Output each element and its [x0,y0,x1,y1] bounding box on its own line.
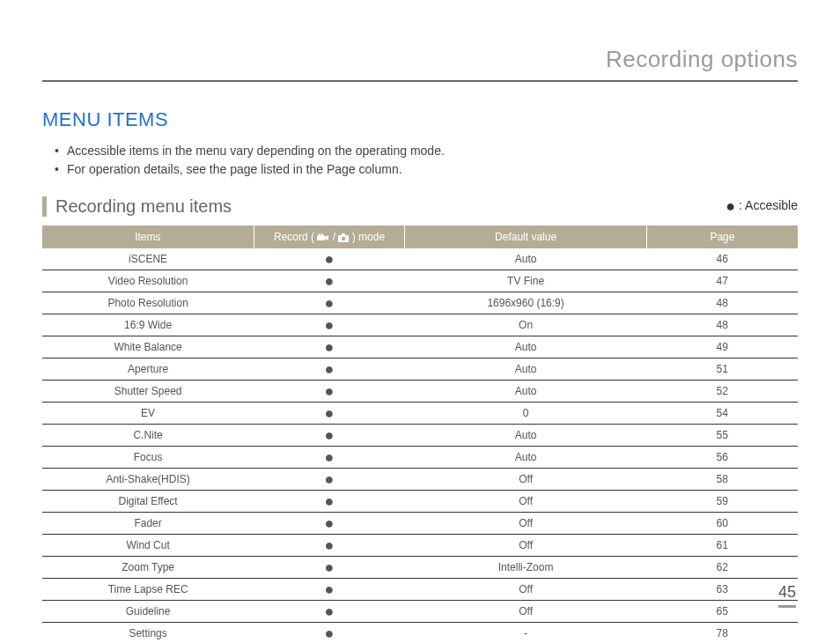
cell-item: iSCENE [42,248,254,270]
cell-page: 48 [646,292,798,314]
cell-page: 56 [646,447,798,469]
cell-item: EV [42,403,254,425]
cell-default: Auto [405,358,647,381]
cell-mode: ● [254,535,405,557]
cell-item: 16:9 Wide [42,314,254,336]
th-items: Items [42,225,254,248]
cell-default: Auto [405,336,647,358]
cell-item: Zoom Type [42,557,254,579]
cell-page: 54 [646,403,798,425]
cell-default: On [405,314,647,336]
th-default: Default value [405,225,647,248]
cell-item: Focus [42,447,254,469]
svg-rect-0 [317,235,325,240]
cell-page: 48 [646,314,798,336]
cell-default: 0 [405,403,647,425]
table-row: Digital Effect●Off59 [42,491,798,513]
legend-label: : Accesible [735,198,798,212]
cell-mode: ● [254,469,405,491]
cell-item: Video Resolution [42,270,254,292]
th-mode-post: ) mode [349,231,385,243]
cell-item: Fader [42,513,254,535]
cell-page: 65 [646,601,798,623]
th-mode: Record ( / ) mode [254,225,405,248]
cell-mode: ● [254,447,405,469]
cell-mode: ● [254,358,405,381]
cell-page: 46 [646,248,798,270]
table-row: Photo Resolution●1696x960 (16:9)48 [42,292,798,314]
table-row: Time Lapse REC●Off63 [42,579,798,601]
cell-page: 60 [646,513,798,535]
cell-page: 47 [646,270,798,292]
table-row: EV●054 [42,403,798,425]
svg-rect-5 [342,233,345,236]
cell-default: Off [405,491,647,513]
cell-page: 61 [646,535,798,557]
menu-table: Items Record ( / ) mode Default value Pa… [42,225,798,643]
table-row: Zoom Type●Intelli-Zoom62 [42,557,798,579]
table-row: C.Nite●Auto55 [42,425,798,447]
cell-default: Intelli-Zoom [405,557,647,579]
page-number: 45 [778,583,796,608]
table-row: 16:9 Wide●On48 [42,314,798,336]
cell-item: White Balance [42,336,254,358]
cell-item: Settings [42,623,254,644]
th-mode-pre: Record ( [274,231,317,243]
cell-page: 51 [646,358,798,381]
svg-marker-1 [325,235,328,240]
cell-mode: ● [254,623,405,644]
svg-point-2 [319,233,321,235]
section-title: MENU ITEMS [42,108,798,131]
cell-mode: ● [254,336,405,358]
legend: ● : Accesible [726,197,798,216]
dot-icon: ● [726,197,735,215]
cell-mode: ● [254,292,405,314]
table-row: Video Resolution●TV Fine47 [42,270,798,292]
cell-item: C.Nite [42,425,254,447]
cell-page: 55 [646,425,798,447]
cell-mode: ● [254,314,405,336]
cell-page: 52 [646,381,798,403]
cell-default: Off [405,579,647,601]
cell-item: Shutter Speed [42,381,254,403]
cell-item: Aperture [42,358,254,381]
cell-mode: ● [254,403,405,425]
cell-page: 62 [646,557,798,579]
cell-default: 1696x960 (16:9) [405,292,647,314]
cell-mode: ● [254,601,405,623]
cell-mode: ● [254,270,405,292]
cell-default: Off [405,535,647,557]
chapter-title: Recording options [42,46,798,82]
table-row: Fader●Off60 [42,513,798,535]
cell-default: Off [405,469,647,491]
cell-default: TV Fine [405,270,647,292]
table-row: Guideline●Off65 [42,601,798,623]
svg-point-3 [321,233,323,235]
cell-default: Off [405,513,647,535]
cell-default: - [405,623,647,644]
table-row: Aperture●Auto51 [42,358,798,381]
cell-mode: ● [254,579,405,601]
cell-default: Auto [405,425,647,447]
table-row: White Balance●Auto49 [42,336,798,358]
bullet-item: For operation details, see the page list… [55,160,798,179]
cell-page: 49 [646,336,798,358]
video-icon [317,231,329,243]
cell-default: Auto [405,447,647,469]
cell-page: 59 [646,491,798,513]
cell-mode: ● [254,491,405,513]
cell-page: 63 [646,579,798,601]
cell-item: Anti-Shake(HDIS) [42,469,254,491]
cell-item: Digital Effect [42,491,254,513]
table-row: Wind Cut●Off61 [42,535,798,557]
subsection-title: Recording menu items [42,196,232,217]
cell-item: Wind Cut [42,535,254,557]
cell-default: Off [405,601,647,623]
cell-mode: ● [254,557,405,579]
cell-page: 58 [646,469,798,491]
table-row: Anti-Shake(HDIS)●Off58 [42,469,798,491]
cell-mode: ● [254,248,405,270]
table-row: iSCENE●Auto46 [42,248,798,270]
table-row: Settings●-78 [42,623,798,644]
svg-point-6 [342,237,345,240]
